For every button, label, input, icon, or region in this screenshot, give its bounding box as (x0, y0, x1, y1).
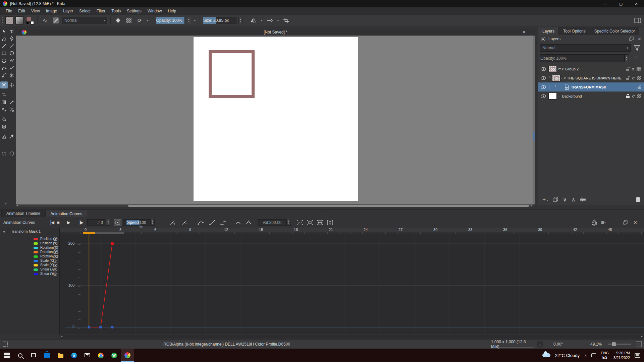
channel-row-rotation-y-[interactable]: Rotation (Y) (0, 250, 60, 254)
language-indicator[interactable]: ENGES (601, 351, 609, 360)
taskbar-store[interactable] (40, 349, 54, 362)
channel-row-rotation-x-[interactable]: Rotation (X) (0, 246, 60, 250)
menu-window[interactable]: Window (145, 8, 165, 14)
layer-filter-icon[interactable] (633, 44, 641, 52)
layer-row-square[interactable]: └ ⌐∨ THE SQUARE IS DRAWN HERE α (538, 73, 644, 82)
scroll-right-icon[interactable]: ▸ (641, 335, 643, 338)
float-docker-icon[interactable] (623, 220, 628, 225)
tray-expand-chevron[interactable]: ∧ (584, 354, 587, 357)
wrap-around-mode-button[interactable] (266, 16, 274, 25)
brush-editor-button[interactable]: ∿ (41, 16, 49, 25)
scroll-left-icon[interactable]: ◂ (61, 335, 62, 338)
search-button[interactable] (13, 349, 27, 362)
horizontal-mirror-button[interactable] (249, 16, 258, 25)
taskbar-mail[interactable] (80, 349, 94, 362)
constant-interpolation-icon[interactable] (220, 220, 227, 226)
visibility-eye-icon[interactable] (541, 76, 546, 80)
layer-expand-chevron[interactable]: ⌐∨ (561, 76, 566, 80)
graph-horizontal-scrollbar[interactable]: ◂ ▸ (60, 335, 644, 339)
tool-transform[interactable] (0, 81, 8, 88)
tool-reference-images[interactable] (8, 133, 15, 140)
tool-gradient[interactable] (0, 99, 8, 106)
minimize-button[interactable]: — (598, 0, 613, 7)
size-slider[interactable]: Size: 20.95 px (203, 17, 236, 24)
channel-row-scale-y-[interactable]: Scale (Y) (0, 263, 60, 267)
taskbar-wps[interactable]: W (107, 349, 121, 362)
timeline-ruler[interactable]: 0369121518212427303336394245 (60, 228, 644, 232)
brush-preset-button[interactable] (51, 16, 60, 25)
taskbar-chrome[interactable] (94, 349, 107, 362)
zoom-slider[interactable] (608, 344, 631, 345)
keyframe-value-field[interactable]: Val:200.00 (258, 219, 286, 226)
tool-colorize-mask[interactable] (8, 106, 15, 113)
tab-layers[interactable]: Layers (538, 27, 559, 35)
tool-rectangle[interactable] (0, 50, 8, 57)
menu-layer[interactable]: Layer (60, 8, 76, 14)
tool-smart-patch[interactable] (0, 106, 8, 113)
document-close-icon[interactable]: ✕ (522, 29, 526, 36)
lock-open-icon[interactable] (637, 85, 641, 89)
zoom-to-fit-curve-icon[interactable] (297, 220, 303, 226)
sharp-tangent-icon[interactable] (245, 220, 252, 226)
close-button[interactable]: ✕ (629, 0, 644, 7)
tool-freehand-path[interactable] (8, 64, 15, 71)
channel-visibility-eye-icon[interactable] (53, 272, 57, 277)
channel-row-position-y-[interactable]: Position (Y) (0, 241, 60, 246)
play-button[interactable]: ▶ (65, 220, 73, 225)
layer-thumbnail[interactable] (548, 93, 557, 100)
duplicate-layer-icon[interactable] (553, 197, 558, 202)
menu-tools[interactable]: Tools (108, 8, 124, 14)
tool-line[interactable] (8, 42, 15, 49)
zoom-horizontal-icon[interactable] (317, 220, 323, 226)
preserve-alpha-button[interactable] (124, 16, 133, 25)
tool-bezier-curve[interactable] (0, 64, 8, 71)
channel-row-shear-y-[interactable]: Shear (Y) (0, 272, 60, 276)
tool-text[interactable]: T (8, 27, 15, 35)
current-frame-field[interactable]: # 0 (87, 219, 106, 226)
menu-view[interactable]: View (28, 8, 43, 14)
fg-bg-color-selector[interactable] (25, 16, 34, 25)
next-frame-button[interactable]: ▕▶ (74, 220, 86, 225)
menu-file[interactable]: File (3, 8, 15, 14)
smooth-tangent-icon[interactable] (235, 220, 241, 226)
weather-condition[interactable]: Cloudy (566, 353, 579, 358)
menu-settings[interactable]: Settings (124, 8, 144, 14)
layer-thumbnail[interactable] (548, 66, 557, 72)
tablet-mode-icon[interactable] (591, 353, 596, 357)
taskbar-edge[interactable]: e (67, 349, 80, 362)
docker-menu-icon[interactable]: ≡▾ (601, 219, 606, 226)
tool-multibrush[interactable] (8, 72, 15, 79)
add-layer-button[interactable]: ＋▾ (541, 196, 548, 203)
move-layer-down-button[interactable]: ∨ (563, 196, 567, 203)
chevron-down-icon[interactable]: ▾ (146, 19, 150, 22)
taskbar-krita[interactable] (121, 349, 134, 362)
stop-button[interactable]: ■ (55, 220, 62, 225)
zoom-to-fit-frame-icon[interactable] (307, 220, 313, 226)
tab-animation-curves[interactable]: Animation Curves (45, 210, 87, 217)
canvas-rotation-value[interactable]: 0.00° (553, 342, 563, 347)
chevron-down-icon[interactable]: ▾ (260, 19, 264, 22)
chevron-down-icon[interactable]: ▾ (276, 19, 280, 22)
close-docker-icon[interactable]: ✕ (638, 37, 641, 42)
canvas-vertical-scrollbar[interactable] (533, 36, 535, 204)
tab-tool-options[interactable]: Tool Options (559, 27, 590, 35)
speed-spinner[interactable]: ▲▼ (150, 219, 155, 226)
value-spinner[interactable]: ▲▼ (286, 219, 291, 226)
start-button[interactable] (0, 349, 13, 362)
trim-canvas-button[interactable] (282, 16, 290, 25)
tool-fill[interactable] (0, 116, 8, 123)
tool-measure[interactable] (0, 133, 8, 140)
layer-row-group2[interactable]: 🗀∨ Group 2 α (538, 64, 644, 73)
tool-crop[interactable] (0, 91, 8, 98)
menu-edit[interactable]: Edit (15, 8, 28, 14)
eraser-mode-button[interactable] (114, 16, 122, 25)
clock[interactable]: 5:30 PM3/21/2022 (613, 351, 630, 360)
layer-thumbnail[interactable] (552, 75, 560, 81)
layer-options-menu-icon[interactable]: ≡ (634, 55, 637, 61)
float-docker-icon[interactable] (629, 37, 634, 41)
lock-open-icon[interactable] (626, 76, 630, 80)
layer-opacity-spinner[interactable]: ▲▼ (625, 54, 629, 62)
tool-move[interactable] (8, 81, 15, 88)
add-keyframe-icon[interactable] (169, 220, 175, 226)
canvas-horizontal-scrollbar[interactable]: ◂ ▸ (16, 204, 533, 207)
